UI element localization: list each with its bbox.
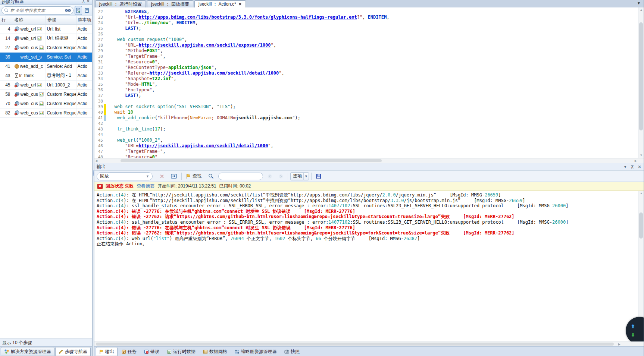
code-line[interactable]: 27 web_custom_request("1000", [94, 37, 638, 42]
sidebar-tab-1[interactable]: 步骤导航器 [55, 347, 91, 356]
log-horizontal-scrollbar[interactable]: ▶ [94, 341, 644, 346]
log-line-error[interactable]: Action.c(4): 错误 -27762: 请求“https://ghbtn… [97, 230, 638, 236]
scroll-up-icon[interactable]: ▲ [638, 7, 644, 13]
code-line[interactable]: 40 wait 10 [94, 110, 638, 115]
code-line[interactable]: 43 lr_think_time(17); [94, 126, 638, 132]
glasses-icon[interactable] [65, 9, 71, 12]
code-line[interactable]: 31 "Resource=0", [94, 59, 638, 65]
output-search-input[interactable] [218, 173, 263, 180]
code-line[interactable]: 24 "Url=../time/now", ENDITEM, [94, 20, 638, 26]
pin-icon[interactable]: ⊼ [82, 0, 87, 3]
chevron-down-icon[interactable]: ▼ [637, 1, 641, 5]
bottom-tab-1[interactable]: 任务 [118, 347, 140, 356]
log-line[interactable]: Action.c(4): web_url("list") 最高严重级别为“ERR… [97, 236, 638, 242]
code-line[interactable]: 36 "EncType=", [94, 87, 638, 93]
table-row[interactable]: 82web_cusCustom RequeActio [0, 108, 92, 117]
scroll-left-icon[interactable]: ◀ [95, 158, 97, 163]
column-header-0[interactable]: 行 [0, 16, 13, 24]
code-line[interactable]: 29 "Method=POST", [94, 48, 638, 54]
code-line[interactable]: 39 web_set_sockets_option("SSL_VERSION",… [94, 104, 638, 110]
step-search-input[interactable] [10, 8, 63, 13]
log-line[interactable]: Action.c(4): ssl_handle_status encounter… [97, 220, 638, 225]
code-line[interactable]: 47 "TargetFrame=", [94, 149, 638, 154]
editor-hscroll-thumb[interactable] [121, 159, 382, 162]
bottom-tab-6[interactable]: 快照 [281, 347, 303, 356]
table-row[interactable]: 4web_urlUrl: listActio [0, 24, 92, 34]
bottom-tab-3[interactable]: 运行时数据 [163, 347, 199, 356]
code-line[interactable]: 30 "TargetFrame=", [94, 54, 638, 59]
code-line[interactable]: 25 LAST); [94, 26, 638, 31]
chevron-down-icon[interactable]: ▼ [303, 172, 309, 180]
sidebar-tab-0[interactable]: 解决方案资源管理器 [1, 347, 54, 356]
search-button[interactable] [206, 172, 216, 180]
log-line-error[interactable]: Action.c(4): 错误 -27776: 在尝试与主机“ghbtns.co… [97, 209, 638, 214]
bottom-tab-4[interactable]: 数据网格 [200, 347, 231, 356]
editor-vscroll-thumb[interactable] [639, 22, 643, 130]
code-line[interactable]: 48 "Resource=0", [94, 154, 638, 158]
log-line[interactable]: Action.c(4): 在 HTML“http://jseckill.appj… [97, 192, 638, 198]
code-line[interactable]: 42 [94, 121, 638, 126]
close-icon[interactable]: ✕ [87, 0, 91, 3]
options-button[interactable]: 选项 ▼ [290, 172, 309, 180]
code-line[interactable]: 23 "Url=http://apps.bdimg.com/libs/boots… [94, 15, 638, 20]
log-line-error[interactable]: Action.c(4): 错误 -27762: 请求“https://ghbtn… [97, 214, 638, 220]
code-line[interactable]: 34 "Snapshot=t22.inf", [94, 76, 638, 82]
filter-toggle-list[interactable] [83, 6, 91, 15]
code-line[interactable]: 45 web_url("1000_2", [94, 138, 638, 143]
bottom-tab-0[interactable]: 输出 [96, 347, 118, 356]
next-result-button[interactable] [276, 172, 285, 180]
pin-icon[interactable]: ⊼ [631, 164, 634, 170]
code-line[interactable]: 46 "URL=http://jseckill.appjishu.com/sec… [94, 143, 638, 149]
code-line[interactable]: 26 [94, 31, 638, 37]
close-icon[interactable]: ✕ [238, 2, 242, 7]
document-tab-2[interactable]: jseckill ： Action.c*✕ [194, 0, 246, 7]
column-header-2[interactable]: 步骤 [46, 16, 76, 24]
jump-up-icon[interactable]: ⬆ [631, 324, 635, 329]
previous-result-button[interactable] [265, 172, 274, 180]
table-row[interactable]: 41web_add_cService: AddActio [0, 62, 92, 71]
jump-down-icon[interactable]: ⬇ [631, 332, 635, 338]
code-line[interactable]: 33 "Referer=http://jseckill.appjishu.com… [94, 70, 638, 76]
scroll-right-icon[interactable]: ▶ [618, 342, 620, 347]
table-row[interactable]: 70web_cusCustom RequeActio [0, 99, 92, 108]
goto-source-button[interactable] [169, 172, 179, 180]
column-header-3[interactable]: 脚本项 [76, 16, 92, 24]
editor-horizontal-scrollbar[interactable]: ◀ ▶ [94, 158, 644, 163]
column-header-1[interactable]: 名称 [13, 16, 46, 24]
log-hscroll-thumb[interactable] [96, 343, 614, 346]
close-icon[interactable]: ✕ [638, 164, 641, 170]
code-line[interactable]: 32 "RecContentType=application/json", [94, 65, 638, 70]
log-line[interactable]: 正在结束操作 Action。 [97, 241, 638, 247]
find-button[interactable]: 查找 [184, 172, 204, 180]
code-editor[interactable]: 22 EXTRARES,23 "Url=http://apps.bdimg.co… [94, 7, 644, 158]
bottom-tab-5[interactable]: 缩略图资源管理器 [231, 347, 280, 356]
step-search-box[interactable] [1, 6, 74, 15]
filter-toggle-snapshots[interactable] [75, 6, 82, 15]
scroll-right-icon[interactable]: ▶ [635, 158, 637, 163]
clear-output-button[interactable] [157, 172, 166, 180]
code-line[interactable]: 41 web_add_cookie("killPhone={NewParam; … [94, 115, 638, 121]
scroll-up-icon[interactable]: ▲ [638, 191, 644, 196]
code-line[interactable]: 35 "Mode=HTML", [94, 82, 638, 87]
bottom-tab-2[interactable]: 错误 [141, 347, 163, 356]
log-line[interactable]: Action.c(4): ssl_handle_status encounter… [97, 203, 638, 209]
table-row[interactable]: 14web_urlUrl: 绉掓潃Actio [0, 34, 92, 43]
chevron-down-icon[interactable]: ▼ [623, 165, 627, 169]
save-log-button[interactable] [314, 172, 323, 180]
log-vscroll-thumb[interactable] [639, 212, 643, 239]
table-row[interactable]: 58web_cusCustom RequeActio [0, 89, 92, 99]
code-line[interactable]: 22 EXTRARES, [94, 9, 638, 15]
code-line[interactable]: 44 [94, 132, 638, 138]
view-summary-link[interactable]: 查看摘要 [137, 183, 154, 189]
table-row[interactable]: 27web_cusCustom RequeActio [0, 43, 92, 52]
table-row[interactable]: 43lr_think_思考时间 - 1Actio [0, 71, 92, 80]
output-mode-select[interactable]: 回放 ▼ [97, 172, 153, 180]
table-row[interactable]: 39web_set_sService: SetActio [0, 52, 92, 62]
output-log-area[interactable]: Action.c(4): 在 HTML“http://jseckill.appj… [94, 191, 644, 341]
code-line[interactable]: 37 LAST); [94, 93, 638, 98]
table-row[interactable]: 45web_urlUrl: 1000_2Actio [0, 80, 92, 89]
editor-vertical-scrollbar[interactable]: ▲ ▼ [638, 7, 644, 158]
code-line[interactable]: 38 [94, 98, 638, 104]
log-line[interactable]: Action.c(4): 在 HTML“http://jseckill.appj… [97, 198, 638, 204]
document-tab-1[interactable]: jseckill ： 回放摘要 [147, 0, 193, 7]
